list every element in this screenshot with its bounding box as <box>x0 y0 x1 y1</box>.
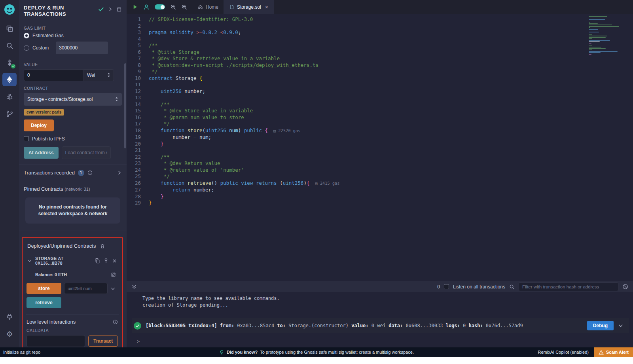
at-address-input[interactable] <box>62 146 111 159</box>
panel-scrollbar[interactable] <box>124 63 126 148</box>
code-line: 27 return number; <box>127 187 633 193</box>
gas-estimate-badge: ▤ 2415 gas <box>315 181 339 186</box>
transact-button[interactable]: Transact <box>88 336 118 347</box>
code-editor[interactable]: 1// SPDX-License-Identifier: GPL-3.023pr… <box>127 14 633 281</box>
transactions-recorded-section[interactable]: Transactions recorded 1 <box>19 165 127 181</box>
filter-transactions-input[interactable] <box>519 282 618 291</box>
scam-alert-button[interactable]: Scam Alert <box>594 347 633 357</box>
lightbulb-icon <box>219 350 224 355</box>
debug-button[interactable]: Debug <box>587 321 614 330</box>
tab-label: Home <box>206 4 218 10</box>
contract-address-label[interactable]: STORAGE AT 0X136...8B78 <box>35 256 91 265</box>
tab-home[interactable]: Home <box>193 0 224 14</box>
settings-icon[interactable]: ⚙ <box>2 327 17 341</box>
low-level-interactions: Low level interactions CALLDATA Transact <box>26 315 119 347</box>
transaction-count: 0 <box>437 284 440 290</box>
pin-icon[interactable] <box>103 258 109 264</box>
publish-to-ipfs-label: Publish to IPFS <box>32 136 65 142</box>
code-line: 16 * @param num value to store <box>127 114 633 121</box>
code-line: 28 } <box>127 193 633 200</box>
workspaces-icon[interactable] <box>2 22 17 35</box>
home-icon <box>198 4 203 9</box>
publish-to-ipfs-option[interactable]: Publish to IPFS <box>24 136 122 142</box>
trash-icon[interactable] <box>100 243 105 249</box>
chevron-right-icon[interactable] <box>108 7 113 12</box>
terminal-prompt[interactable]: > <box>132 339 633 344</box>
code-line: 11 <box>127 82 633 88</box>
value-label: VALUE <box>24 62 122 67</box>
pinned-empty-message: No pinned contracts found for selected w… <box>25 197 120 224</box>
value-unit-select[interactable]: Wei <box>84 69 114 81</box>
tx-block-label: [block:5583405 txIndex:4] <box>146 323 217 328</box>
collapse-caret-icon[interactable] <box>27 258 32 263</box>
debugger-icon[interactable] <box>2 90 17 103</box>
code-line: 20 } <box>127 141 633 148</box>
transaction-summary: [block:5583405 txIndex:4] from: 0xa03...… <box>146 323 523 328</box>
value-input[interactable] <box>24 69 84 81</box>
close-tab-icon[interactable]: × <box>265 4 268 10</box>
deployed-contract-card: STORAGE AT 0X136...8B78 Balance: 0 ETH s… <box>26 253 119 347</box>
pinned-contracts-section: Pinned Contracts (network: 31) No pinned… <box>19 181 127 231</box>
search-icon[interactable] <box>2 39 17 52</box>
copilot-user-icon[interactable] <box>143 4 150 10</box>
info-icon[interactable] <box>87 170 93 175</box>
terminal[interactable]: Type the library name to see available c… <box>127 292 633 347</box>
page-margin <box>0 357 633 364</box>
success-check-icon <box>134 322 141 330</box>
editor-tabbar: Home Storage.sol × <box>127 0 633 14</box>
chevron-down-icon[interactable] <box>618 323 624 328</box>
select-arrows-icon <box>115 97 118 102</box>
remix-logo[interactable] <box>2 2 17 17</box>
calldata-input[interactable] <box>27 335 85 347</box>
retrieve-function-button[interactable]: retrieve <box>27 297 61 308</box>
search-icon[interactable] <box>509 284 515 290</box>
radio-icon <box>24 45 29 51</box>
copilot-toggle[interactable] <box>155 4 165 9</box>
collapse-terminal-icon[interactable] <box>131 284 137 290</box>
code-line: 22 /** <box>127 154 633 161</box>
contract-select[interactable]: Storage - contracts/Storage.sol <box>24 93 122 106</box>
copy-icon[interactable] <box>95 258 100 264</box>
git-init-status[interactable]: Initialize as git repo <box>0 350 40 355</box>
store-args-input[interactable] <box>64 283 108 294</box>
zoom-out-icon[interactable] <box>170 4 176 10</box>
transaction-row[interactable]: [block:5583405 txIndex:4] from: 0xa03...… <box>132 318 629 333</box>
deploy-button[interactable]: Deploy <box>24 119 54 131</box>
at-address-button[interactable]: At Address <box>24 147 59 159</box>
close-icon[interactable] <box>112 258 117 264</box>
code-line: 9 */ <box>127 68 633 75</box>
estimated-gas-option[interactable]: Estimated Gas <box>24 33 122 38</box>
pinned-network-label: (network: 31) <box>64 187 90 191</box>
custom-gas-input[interactable] <box>56 42 108 54</box>
clear-console-icon[interactable] <box>622 284 628 290</box>
zoom-in-icon[interactable] <box>181 4 187 10</box>
plugin-manager-icon[interactable] <box>2 310 17 324</box>
scam-alert-label: Scam Alert <box>606 350 629 355</box>
code-line: 6 * @title Storage <box>127 49 633 56</box>
maximize-panel-icon[interactable] <box>116 7 122 12</box>
git-icon[interactable] <box>2 107 17 120</box>
tip-text: To prototype using the Gnosis safe multi… <box>260 350 414 355</box>
chevron-right-icon[interactable] <box>117 170 122 175</box>
code-line: 29} <box>127 200 633 207</box>
code-line: 2 <box>127 23 633 30</box>
edit-icon[interactable] <box>111 272 116 277</box>
evm-version-badge: evm version: paris <box>24 109 64 116</box>
copilot-status[interactable]: RemixAI Copilot (enabled) <box>538 350 594 355</box>
code-lines: 1// SPDX-License-Identifier: GPL-3.023pr… <box>127 16 633 207</box>
tab-storage-sol[interactable]: Storage.sol × <box>224 0 274 14</box>
info-icon[interactable] <box>113 319 118 324</box>
terminal-toolbar: 0 Listen on all transactions <box>127 281 633 292</box>
run-script-icon[interactable] <box>132 4 138 10</box>
store-function-button[interactable]: store <box>27 283 61 294</box>
deploy-run-icon[interactable] <box>2 73 17 86</box>
deployed-contracts-title: Deployed/Unpinned Contracts <box>27 243 96 249</box>
solidity-compiler-icon[interactable] <box>2 56 17 69</box>
select-arrows-icon <box>107 72 110 78</box>
expand-args-icon[interactable] <box>110 286 116 291</box>
custom-gas-option[interactable]: Custom <box>24 42 122 54</box>
activity-bar: ⚙ <box>0 0 19 347</box>
listen-all-checkbox[interactable] <box>444 284 449 289</box>
minimap[interactable] <box>589 16 625 56</box>
balance-label: Balance: 0 ETH <box>35 272 67 277</box>
